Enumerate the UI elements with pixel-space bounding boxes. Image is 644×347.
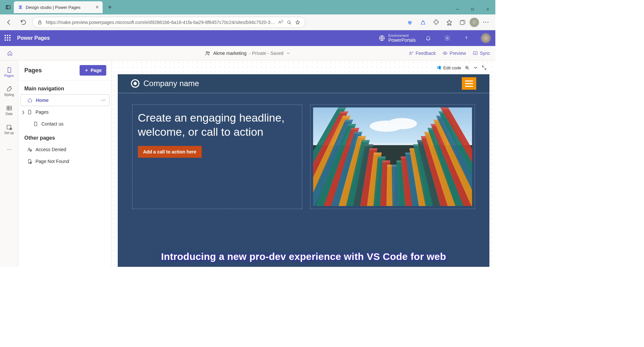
tree-item-not-found[interactable]: Page Not Found <box>20 155 110 167</box>
tree-item-contact[interactable]: Contact us <box>20 118 110 130</box>
item-more-icon[interactable]: ··· <box>101 98 106 103</box>
extension-icon[interactable] <box>417 17 429 28</box>
browser-menu-icon[interactable]: ··· <box>480 17 492 28</box>
svg-rect-0 <box>6 6 10 9</box>
settings-icon[interactable] <box>441 32 454 45</box>
tree-item-access-denied[interactable]: Access Denied <box>20 144 110 155</box>
hamburger-menu-icon[interactable] <box>462 77 476 90</box>
browser-profile-avatar[interactable] <box>470 18 479 27</box>
hero-cta-button[interactable]: Add a call to action here <box>138 146 202 158</box>
preview-logo[interactable]: Company name <box>131 79 199 88</box>
url-field[interactable]: https://make.preview.powerpages.microsof… <box>32 17 305 28</box>
collections-icon[interactable] <box>457 17 468 28</box>
zoom-dropdown[interactable] <box>473 65 478 70</box>
zoom-icon[interactable] <box>286 20 292 25</box>
app-header: Power Pages Environment PowerPortals <box>0 30 495 46</box>
back-button[interactable] <box>3 17 14 28</box>
svg-line-8 <box>290 23 291 24</box>
vscode-icon <box>436 65 441 70</box>
hero-image-block[interactable] <box>310 104 475 209</box>
pages-panel: Pages ＋Page Main navigation Home ··· ❯ P… <box>18 60 112 267</box>
new-tab-button[interactable]: + <box>105 2 115 12</box>
maximize-button[interactable] <box>465 4 480 14</box>
command-bar: Akme marketing - Private - Saved Feedbac… <box>0 46 495 60</box>
preview-header: Company name <box>118 74 489 93</box>
svg-point-17 <box>206 51 208 53</box>
rail-data[interactable]: Data <box>0 101 18 119</box>
minimize-button[interactable] <box>450 4 465 14</box>
favorite-icon[interactable] <box>295 20 300 25</box>
extension-icon[interactable] <box>404 17 416 28</box>
rail-more[interactable]: ··· <box>0 141 18 158</box>
main-nav-heading: Main navigation <box>18 81 111 94</box>
home-icon[interactable] <box>5 49 14 58</box>
svg-point-16 <box>466 39 466 39</box>
svg-point-14 <box>447 37 448 39</box>
svg-line-30 <box>30 150 31 151</box>
page-icon <box>27 109 32 115</box>
rail-setup[interactable]: Set up <box>0 120 18 138</box>
svg-point-7 <box>287 21 290 23</box>
svg-rect-6 <box>38 22 41 24</box>
globe-icon <box>379 35 385 41</box>
svg-rect-21 <box>473 51 477 54</box>
overlay-banner: Introducing a new pro-dev experience wit… <box>118 247 489 267</box>
close-tab-icon[interactable]: × <box>96 4 99 10</box>
edit-code-button[interactable]: Edit code <box>436 65 461 70</box>
tree-item-home[interactable]: Home ··· <box>20 94 110 106</box>
reader-mode-icon[interactable]: A)) <box>278 19 283 25</box>
site-picker[interactable]: Akme marketing - Private - Saved <box>205 50 290 56</box>
add-page-button[interactable]: ＋Page <box>80 65 106 76</box>
svg-point-19 <box>410 52 411 53</box>
home-icon <box>27 98 33 103</box>
app-launcher-icon[interactable] <box>5 35 11 41</box>
logo-icon <box>131 79 139 88</box>
rail-pages[interactable]: Pages <box>0 63 18 81</box>
svg-rect-26 <box>7 125 11 129</box>
fullscreen-button[interactable] <box>482 65 487 70</box>
rail-styling[interactable]: Styling <box>0 82 18 100</box>
design-canvas: Edit code Company name Create an engagin… <box>112 60 495 267</box>
preview-button[interactable]: Preview <box>442 51 466 56</box>
svg-marker-10 <box>447 20 452 25</box>
tree-item-pages[interactable]: ❯ Pages <box>20 106 110 118</box>
svg-rect-1 <box>6 6 8 9</box>
zoom-button[interactable] <box>464 65 470 70</box>
favorites-icon[interactable] <box>443 17 455 28</box>
svg-rect-22 <box>7 106 11 110</box>
browser-titlebar: Design studio | Power Pages × + <box>0 0 495 14</box>
close-window-button[interactable] <box>480 4 495 14</box>
site-preview[interactable]: Company name Create an engaging headline… <box>118 74 489 267</box>
extensions-icon[interactable] <box>430 17 442 28</box>
svg-rect-12 <box>460 21 464 25</box>
chevron-right-icon[interactable]: ❯ <box>22 110 25 114</box>
other-pages-heading: Other pages <box>18 130 111 144</box>
environment-picker[interactable]: Environment PowerPortals <box>388 34 416 43</box>
feedback-button[interactable]: Feedback <box>409 51 436 56</box>
tab-actions-icon[interactable] <box>3 0 14 14</box>
lock-icon <box>37 20 42 25</box>
help-icon[interactable] <box>460 32 473 45</box>
svg-line-36 <box>468 69 469 70</box>
refresh-button[interactable] <box>18 17 29 28</box>
svg-point-28 <box>29 148 30 149</box>
chevron-down-icon <box>286 51 291 56</box>
denied-icon <box>27 147 32 152</box>
sync-button[interactable]: Sync <box>473 51 490 56</box>
notifications-icon[interactable] <box>422 32 435 45</box>
left-rail: Pages Styling Data Set up ··· <box>0 60 18 267</box>
hero-text-block[interactable]: Create an engaging headline, welcome, or… <box>132 104 302 209</box>
svg-rect-3 <box>472 8 474 10</box>
window-controls <box>450 4 495 14</box>
plus-icon: ＋ <box>84 67 89 73</box>
svg-point-18 <box>208 52 210 53</box>
user-avatar[interactable] <box>481 33 491 43</box>
powerpages-favicon-icon <box>18 5 23 10</box>
pages-panel-title: Pages <box>24 67 42 74</box>
tab-title: Design studio | Power Pages <box>26 5 81 10</box>
hero-headline[interactable]: Create an engaging headline, welcome, or… <box>138 111 297 139</box>
site-status: - Private - Saved <box>249 51 283 56</box>
svg-line-37 <box>483 66 484 67</box>
page-error-icon <box>27 159 32 164</box>
browser-tab[interactable]: Design studio | Power Pages × <box>14 1 103 13</box>
